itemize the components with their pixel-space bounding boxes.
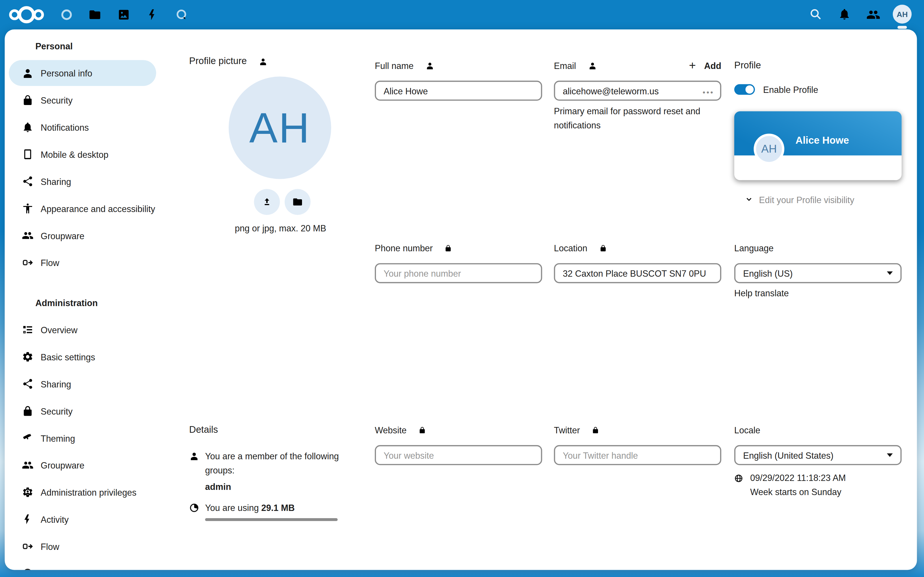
photos-app-icon[interactable] — [117, 8, 130, 21]
person-icon — [189, 451, 199, 461]
contacts-icon[interactable] — [866, 8, 880, 22]
email-actions-icon[interactable]: ••• — [703, 88, 714, 97]
profile-title: Profile — [734, 60, 761, 71]
locale-week-note: Week starts on Sunday — [750, 485, 846, 500]
sidebar-item-overview[interactable]: Overview — [9, 317, 156, 343]
sidebar-item-mobile-desktop[interactable]: Mobile & desktop — [9, 141, 156, 167]
sidebar-item-sharing[interactable]: Sharing — [9, 169, 156, 195]
sidebar-item-admin-sharing[interactable]: Sharing — [9, 371, 156, 397]
toggle-knob — [745, 84, 755, 95]
plus-icon: + — [689, 60, 696, 71]
lightning-icon — [22, 514, 34, 525]
twitter-label: Twitter — [554, 425, 580, 435]
talk-app-icon[interactable] — [175, 8, 188, 21]
overview-icon — [22, 324, 34, 335]
gear-icon — [22, 351, 34, 363]
phone-field-block: Phone number — [375, 239, 542, 283]
website-label: Website — [375, 425, 407, 435]
nextcloud-logo[interactable] — [8, 4, 45, 25]
files-app-icon[interactable] — [88, 8, 101, 21]
choose-from-files-button[interactable] — [285, 189, 311, 215]
folder-icon — [292, 197, 303, 208]
nextcloud-settings-page: AH Personal Personal info Security Notif… — [0, 0, 924, 577]
activity-app-icon[interactable] — [146, 8, 159, 21]
sidebar-heading-personal: Personal — [35, 33, 177, 59]
person-icon — [22, 67, 34, 79]
website-input[interactable] — [375, 445, 542, 465]
scope-private-lock-icon[interactable] — [592, 426, 599, 434]
locale-select[interactable]: English (United States) — [734, 445, 902, 465]
share-icon — [22, 176, 34, 187]
quota-value: 29.1 MB — [261, 503, 295, 513]
scope-private-lock-icon[interactable] — [445, 244, 452, 252]
language-select[interactable]: English (US) — [734, 263, 902, 283]
twitter-input[interactable] — [554, 445, 721, 465]
group-icon — [22, 230, 34, 242]
flow-icon — [22, 257, 34, 269]
email-helper-text: Primary email for password reset and not… — [554, 104, 721, 132]
sidebar-item-flow[interactable]: Flow — [9, 250, 156, 276]
add-email-button[interactable]: + Add — [689, 60, 721, 71]
sidebar-item-basic-settings[interactable]: Basic settings — [9, 344, 156, 370]
sidebar-heading-administration: Administration — [35, 290, 177, 316]
lock-icon — [22, 405, 34, 417]
paint-roller-icon — [22, 432, 34, 444]
sidebar-item-security[interactable]: Security — [9, 87, 156, 113]
groups-membership-text: You are a member of the following groups… — [205, 449, 344, 477]
edit-profile-visibility-link[interactable]: Edit your Profile visibility — [745, 190, 902, 210]
sidebar-item-theming[interactable]: Theming — [9, 425, 156, 451]
details-section: Details You are a member of the followin… — [189, 420, 366, 521]
profile-preview-card[interactable]: AH Alice Howe — [734, 111, 902, 180]
scope-federated-icon[interactable] — [259, 57, 268, 66]
sidebar-item-groupware[interactable]: Groupware — [9, 222, 156, 248]
sidebar-item-admin-flow[interactable]: Flow — [9, 533, 156, 559]
locale-field-block: Locale English (United States) 09/29/202… — [734, 420, 902, 499]
enable-profile-toggle-row[interactable]: Enable Profile — [734, 82, 902, 97]
sidebar-item-admin-security[interactable]: Security — [9, 398, 156, 424]
scope-federated-icon[interactable] — [425, 61, 434, 70]
sidebar-item-admin-groupware[interactable]: Groupware — [9, 452, 156, 478]
sidebar-item-notifications[interactable]: Notifications — [9, 114, 156, 140]
location-input[interactable] — [554, 263, 721, 283]
avatar-indicator — [897, 26, 907, 29]
scope-private-lock-icon[interactable] — [599, 244, 607, 252]
phone-input[interactable] — [375, 263, 542, 283]
twitter-field-block: Twitter — [554, 420, 721, 465]
sidebar-item-activity[interactable]: Activity — [9, 506, 156, 532]
sidebar-item-personal-info[interactable]: Personal info — [9, 60, 156, 86]
enable-profile-label: Enable Profile — [763, 85, 818, 95]
sidebar-item-talk[interactable]: Talk — [9, 561, 156, 570]
enable-profile-toggle[interactable] — [734, 84, 755, 95]
email-input[interactable] — [554, 81, 721, 101]
sidebar-item-administration-privileges[interactable]: Administration privileges — [9, 479, 156, 505]
full-name-input[interactable] — [375, 81, 542, 101]
language-label: Language — [734, 243, 774, 253]
caret-down-icon — [887, 453, 893, 457]
details-title: Details — [189, 424, 218, 435]
flow-icon — [22, 540, 34, 552]
help-translate-link[interactable]: Help translate — [734, 288, 902, 298]
avatar-hint: png or jpg, max. 20 MB — [189, 223, 372, 233]
notifications-bell-icon[interactable] — [838, 8, 851, 21]
talk-icon — [22, 567, 34, 570]
search-icon[interactable] — [809, 8, 822, 21]
admin-gear-icon — [22, 487, 34, 498]
user-avatar-menu[interactable]: AH — [893, 5, 911, 23]
scope-federated-icon[interactable] — [588, 61, 597, 70]
full-name-field-block: Full name — [375, 56, 542, 101]
scope-private-lock-icon[interactable] — [418, 426, 426, 434]
share-icon — [22, 378, 34, 390]
upload-avatar-button[interactable] — [254, 189, 280, 215]
sidebar-item-appearance-accessibility[interactable]: Appearance and accessibility — [9, 196, 156, 222]
top-navigation-bar: AH — [0, 0, 924, 29]
quota-text: You are using 29.1 MB — [205, 503, 294, 513]
profile-picture-label: Profile picture — [189, 56, 247, 67]
website-field-block: Website — [375, 420, 542, 465]
dashboard-app-icon[interactable] — [60, 8, 73, 21]
bell-icon — [22, 121, 34, 133]
quota-progress-bar — [205, 518, 338, 521]
locale-label: Locale — [734, 425, 760, 435]
upload-icon — [262, 197, 272, 208]
location-field-block: Location — [554, 239, 721, 283]
location-label: Location — [554, 243, 587, 253]
